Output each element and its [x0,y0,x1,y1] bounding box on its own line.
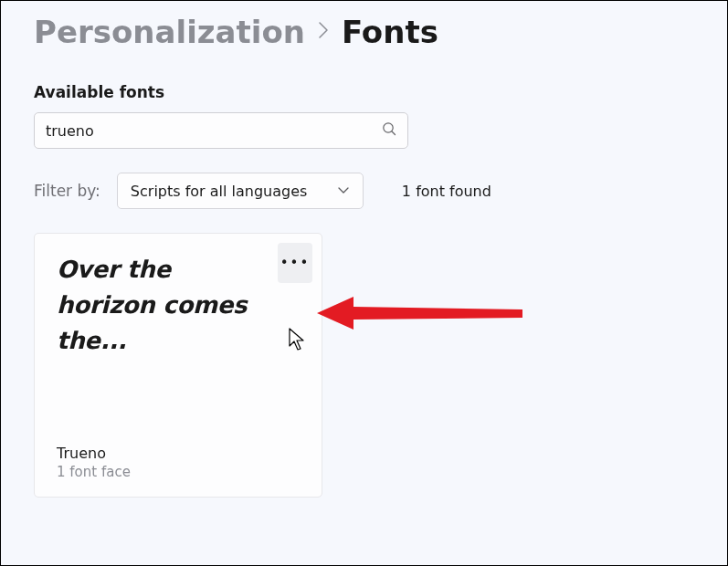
font-card[interactable]: ••• Over the horizon comes the... Trueno… [34,233,322,498]
font-name: Trueno [57,445,303,462]
font-faces: 1 font face [57,464,303,480]
breadcrumb-current: Fonts [342,14,438,50]
filter-dropdown[interactable]: Scripts for all languages [117,173,364,209]
search-icon [382,121,396,140]
card-footer: Trueno 1 font face [57,445,303,480]
font-preview-text: Over the horizon comes the... [57,252,303,359]
chevron-right-icon [318,21,329,43]
search-input[interactable] [46,122,382,140]
result-count: 1 font found [402,183,491,200]
search-box[interactable] [34,112,408,149]
filter-label: Filter by: [34,182,100,200]
more-options-button[interactable]: ••• [278,243,312,283]
section-title: Available fonts [34,83,694,101]
filter-selected: Scripts for all languages [131,183,308,200]
breadcrumb: Personalization Fonts [34,14,694,50]
filter-row: Filter by: Scripts for all languages 1 f… [34,173,694,209]
svg-line-1 [392,131,396,135]
breadcrumb-parent[interactable]: Personalization [34,14,305,50]
chevron-down-icon [337,183,350,200]
ellipsis-icon: ••• [280,257,311,270]
